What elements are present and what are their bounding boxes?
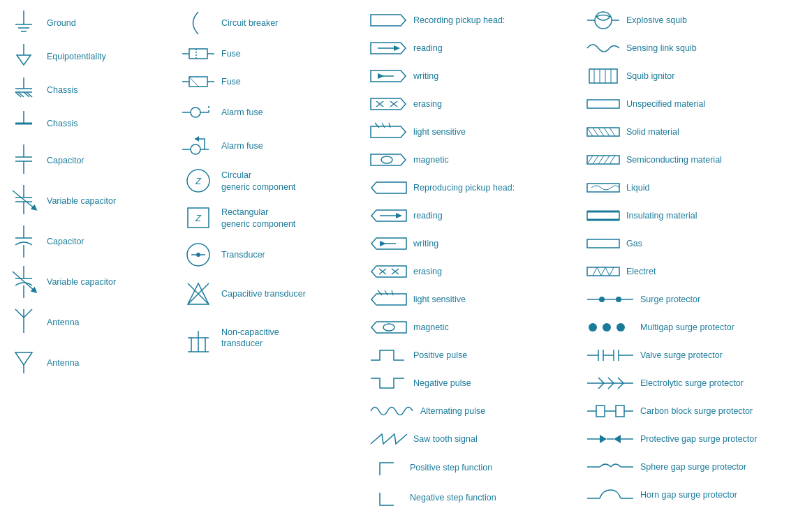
label-sphere-surge: Sphere gap surge protector [640, 461, 746, 472]
sym-capacitor2 [6, 224, 41, 259]
item-saw-tooth: Saw tooth signal [367, 426, 583, 452]
svg-marker-93 [371, 266, 406, 277]
svg-rect-126 [587, 211, 619, 220]
label-electret: Electret [626, 266, 656, 277]
label-rep-writing: writing [413, 238, 438, 249]
svg-marker-80 [371, 126, 406, 137]
label-chassis2: Chassis [47, 118, 77, 129]
item-neg-step: Negative step function [367, 484, 583, 506]
label-electrolytic-surge: Electrolytic surge protector [640, 378, 744, 389]
svg-marker-92 [380, 241, 386, 246]
svg-line-83 [389, 123, 390, 128]
item-circuit-breaker: Circuit breaker [178, 7, 367, 39]
item-ground: Ground [3, 7, 178, 39]
sym-semi-material [586, 153, 621, 167]
item-protective-surge: Protective gap surge protector [583, 426, 812, 452]
svg-point-137 [603, 323, 611, 332]
svg-marker-154 [614, 435, 621, 443]
item-fuse2: Fuse [178, 68, 367, 95]
item-alt-pulse: Alternating pulse [367, 398, 583, 424]
sym-gas [586, 237, 621, 251]
sym-electrolytic-surge [586, 375, 635, 392]
svg-point-85 [381, 156, 392, 163]
label-semi-material: Semiconducting material [626, 154, 722, 165]
item-rec-light: light sensitive [367, 119, 583, 145]
item-transducer: Transducer [178, 237, 367, 273]
item-rep-writing: writing [367, 230, 583, 257]
item-rectangular-generic: Z Rectangular generic component [178, 200, 367, 236]
svg-rect-112 [587, 100, 619, 108]
item-var-capacitor: Variable capacitor [3, 181, 178, 221]
item-liquid: Liquid [583, 174, 812, 201]
item-capacitor2: Capacitor [3, 222, 178, 261]
label-multigap-surge: Multigap surge protector [640, 322, 735, 333]
svg-line-118 [610, 128, 615, 136]
svg-point-50 [191, 144, 200, 154]
sym-pos-pulse [369, 345, 408, 366]
item-rep-light: light sensitive [367, 286, 583, 313]
item-squib-ignitor: Squib ignitor [583, 63, 812, 89]
item-sphere-surge: Sphere gap surge protector [583, 454, 812, 480]
item-carbon-surge: Carbon block surge protector [583, 398, 812, 424]
item-neg-pulse: Negative pulse [367, 370, 583, 396]
svg-line-82 [382, 123, 385, 128]
label-chassis1: Chassis [47, 84, 77, 96]
label-pos-step: Positive step function [410, 462, 492, 473]
item-rec-head-title: Recording pickup head: [367, 7, 583, 34]
svg-text:Z: Z [195, 213, 202, 223]
svg-rect-129 [587, 239, 619, 248]
item-rep-magnetic: magnetic [367, 314, 583, 341]
sym-rec-writing [369, 66, 408, 86]
label-rec-writing: writing [413, 70, 438, 82]
main-grid: Ground Equipotentiality [0, 0, 812, 506]
item-rep-head-title: Reproducing pickup head: [367, 174, 583, 201]
svg-line-124 [610, 156, 615, 164]
svg-rect-42 [189, 77, 207, 87]
label-insulating: Insulating material [626, 210, 697, 221]
sym-rec-light [369, 122, 408, 142]
sym-antenna1 [6, 305, 41, 340]
column-3: Recording pickup head: reading writi [367, 7, 583, 506]
label-rep-light: light sensitive [413, 294, 466, 305]
label-rectangular-generic: Rectangular generic component [221, 207, 295, 230]
sym-rectangular-generic: Z [181, 202, 216, 234]
sym-solid-material [586, 125, 621, 139]
item-surge-protector: Surge protector [583, 286, 812, 313]
label-circular-generic: Circular generic component [221, 170, 295, 193]
sym-cap-transducer [181, 276, 216, 311]
sym-valve-surge [586, 347, 635, 364]
item-rec-magnetic: magnetic [367, 147, 583, 173]
sym-unspec-material [586, 97, 621, 111]
item-circular-generic: Z Circular generic component [178, 163, 367, 199]
sym-fuse1 [181, 43, 216, 64]
sym-explosive-squib [586, 10, 621, 31]
svg-line-8 [18, 92, 24, 97]
label-carbon-surge: Carbon block surge protector [640, 405, 753, 417]
label-gas: Gas [626, 238, 642, 249]
item-valve-surge: Valve surge protector [583, 342, 812, 369]
item-alarm-fuse2: Alarm fuse [178, 130, 367, 162]
item-rec-erasing: erasing [367, 91, 583, 117]
item-explosive-squib: Explosive squib [583, 7, 812, 34]
svg-line-9 [24, 92, 29, 97]
label-rec-magnetic: magnetic [413, 154, 449, 165]
sym-rep-erasing [369, 262, 408, 281]
item-pos-step: Positive step function [367, 454, 583, 482]
sym-insulating [586, 209, 621, 223]
svg-point-59 [196, 253, 200, 257]
sym-chassis1 [6, 76, 41, 104]
sym-var-capacitor [6, 184, 41, 218]
sym-rec-reading-main [369, 10, 408, 30]
sym-horn-surge [586, 484, 635, 505]
label-valve-surge: Valve surge protector [640, 350, 723, 361]
item-solid-material: Solid material [583, 119, 812, 145]
sym-rep-magnetic [369, 318, 408, 337]
svg-point-134 [616, 297, 621, 302]
item-insulating: Insulating material [583, 202, 812, 229]
sym-squib-ignitor [586, 66, 621, 87]
svg-point-46 [191, 107, 200, 117]
label-saw-tooth: Saw tooth signal [413, 433, 478, 445]
svg-text:Z: Z [195, 176, 202, 186]
sym-non-cap-transducer [181, 317, 216, 359]
svg-line-99 [378, 290, 382, 295]
